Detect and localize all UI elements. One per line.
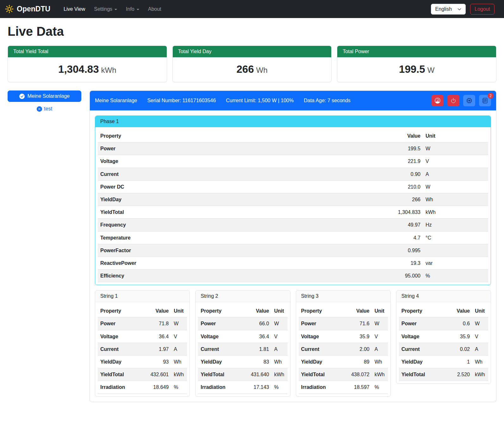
column-value: Value xyxy=(248,305,272,317)
property-cell: YieldTotal xyxy=(98,206,382,219)
value-cell: 35.9 xyxy=(348,330,372,343)
unit-cell: Hz xyxy=(423,219,488,231)
phase-table-row: Temperature 4.7 °C xyxy=(98,231,488,244)
unit-cell: A xyxy=(171,343,187,355)
caret-down-icon xyxy=(115,9,117,10)
string-card-title: String 1 xyxy=(95,290,190,302)
filter-chip-test[interactable]: test xyxy=(8,106,81,112)
value-cell: 35.9 xyxy=(448,330,472,343)
string-table-row: Power 71.6 W xyxy=(299,317,388,330)
event-count-badge: 2 xyxy=(488,93,494,99)
inverter-select-label: Meine Solaranlage xyxy=(28,93,70,99)
string-card-title: String 3 xyxy=(296,290,390,302)
summary-card-total-power: Total Power 199.5W xyxy=(337,46,496,82)
unit-cell: W xyxy=(171,317,187,330)
strings-row: String 1 Property Value Unit xyxy=(95,290,491,396)
string-table-wrap: Property Value Unit xyxy=(396,302,491,383)
value-cell: 71.6 xyxy=(348,317,372,330)
nav-settings[interactable]: Settings xyxy=(90,4,121,15)
nav-info-label: Info xyxy=(126,6,134,12)
inverter-select-button[interactable]: Meine Solaranlage xyxy=(8,90,81,102)
value-cell: 431.640 xyxy=(248,368,272,381)
summary-card-header: Total Yield Total xyxy=(8,46,167,57)
string-table-row: YieldTotal 432.601 kWh xyxy=(98,368,187,381)
property-cell: YieldTotal xyxy=(399,368,448,381)
property-cell: Voltage xyxy=(198,330,247,343)
nav-links: Live View Settings Info About xyxy=(59,4,431,15)
event-log-button[interactable]: 2 xyxy=(479,95,491,106)
unit-cell: W xyxy=(472,317,488,330)
summary-card-body: 266Wh xyxy=(173,57,332,82)
unit-cell: Wh xyxy=(372,356,388,368)
inverter-current-limit: Current Limit: 1,500 W | 100% xyxy=(226,98,294,103)
column-property: Property xyxy=(399,305,448,317)
page: OpenDTU Live View Settings Info About En… xyxy=(0,0,504,430)
power-button[interactable] xyxy=(447,95,459,106)
value-cell: 49.97 xyxy=(382,219,423,231)
value-cell: 66.0 xyxy=(248,317,272,330)
app-brand[interactable]: OpenDTU xyxy=(5,5,50,13)
property-cell: Frequency xyxy=(98,219,382,231)
nav-settings-label: Settings xyxy=(94,6,112,12)
string-table-row: YieldDay 1 Wh xyxy=(399,356,488,368)
string-table-row: YieldDay 83 Wh xyxy=(198,356,287,368)
string-table-row: YieldDay 89 Wh xyxy=(299,356,388,368)
summary-value: 266 xyxy=(236,63,254,75)
string-card-4: String 4 Property Value Unit xyxy=(396,290,491,384)
column-unit: Unit xyxy=(372,305,388,317)
nav-live-view[interactable]: Live View xyxy=(59,4,90,15)
unit-cell: % xyxy=(171,381,187,394)
device-info-button[interactable] xyxy=(463,95,475,106)
column-property: Property xyxy=(98,130,382,142)
string-table-row: YieldDay 93 Wh xyxy=(98,356,187,368)
unit-cell: W xyxy=(372,317,388,330)
check-circle-icon xyxy=(19,94,25,99)
journal-text-icon xyxy=(482,98,488,103)
phase-table-head: Property Value Unit xyxy=(98,130,488,142)
inverter-card-header: Meine Solaranlage Serial Number: 1161716… xyxy=(90,91,496,110)
column-value: Value xyxy=(382,130,423,142)
unit-cell: V xyxy=(372,330,388,343)
property-cell: YieldTotal xyxy=(198,368,247,381)
unit-cell: W xyxy=(423,142,488,155)
string-card-title: String 2 xyxy=(196,290,290,302)
caret-down-icon xyxy=(137,9,139,10)
nav-about[interactable]: About xyxy=(144,4,166,15)
property-cell: Efficiency xyxy=(98,270,382,282)
table-header-row: Property Value Unit xyxy=(299,305,388,317)
x-circle-icon[interactable] xyxy=(37,106,42,112)
string-table: Property Value Unit xyxy=(299,305,388,394)
property-cell: Current xyxy=(98,168,382,180)
property-cell: Voltage xyxy=(299,330,348,343)
summary-card-header: Total Yield Day xyxy=(173,46,332,57)
value-cell: 221.9 xyxy=(382,155,423,168)
top-navbar: OpenDTU Live View Settings Info About En… xyxy=(0,0,504,18)
navbar-right: English Logout xyxy=(431,4,495,15)
limit-settings-button[interactable] xyxy=(432,95,444,106)
phase-card: Phase 1 Property Value Unit xyxy=(95,115,491,285)
unit-cell: W xyxy=(423,180,488,193)
property-cell: Power xyxy=(98,317,147,330)
summary-unit: kWh xyxy=(101,66,116,74)
summary-unit: W xyxy=(427,66,435,74)
unit-cell: % xyxy=(272,381,288,394)
table-header-row: Property Value Unit xyxy=(198,305,287,317)
unit-cell: kWh xyxy=(423,206,488,219)
unit-cell: kWh xyxy=(372,368,388,381)
unit-cell: Wh xyxy=(423,193,488,206)
unit-cell: V xyxy=(171,330,187,343)
property-cell: YieldTotal xyxy=(98,368,147,381)
value-cell: 1 xyxy=(448,356,472,368)
summary-card-body: 199.5W xyxy=(337,57,496,82)
value-cell: 210.0 xyxy=(382,180,423,193)
unit-cell: % xyxy=(423,270,488,282)
nav-info[interactable]: Info xyxy=(121,4,144,15)
property-cell: ReactivePower xyxy=(98,257,382,269)
unit-cell: A xyxy=(372,343,388,355)
string-table: Property Value Unit xyxy=(399,305,488,381)
logout-button[interactable]: Logout xyxy=(470,4,495,15)
language-value: English xyxy=(435,6,452,12)
language-select[interactable]: English xyxy=(431,4,466,15)
value-cell: 0.6 xyxy=(448,317,472,330)
sun-icon xyxy=(5,5,14,13)
